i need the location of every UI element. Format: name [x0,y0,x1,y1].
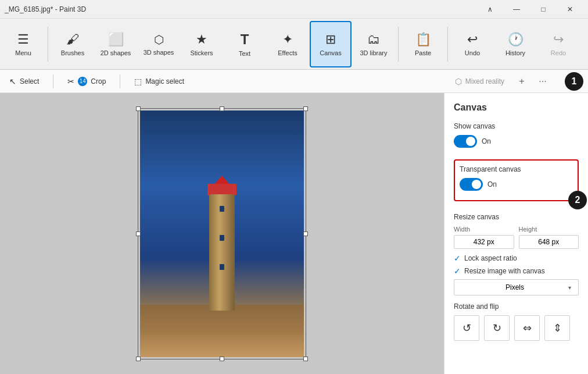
subtoolbar-divider-2 [120,74,120,88]
toolbar-2dshapes-label: 2D shapes [101,49,131,56]
units-dropdown[interactable]: Pixels ▾ [454,279,579,295]
title-bar-text: _MG_6185.jpg* - Paint 3D [5,5,86,13]
crop-badge: 14 [78,77,87,86]
resize-canvas-label: Resize canvas [454,213,579,221]
width-input[interactable] [454,235,514,249]
transparent-canvas-label: Transparent canvas [460,165,573,173]
show-canvas-section: Show canvas On [454,122,579,152]
transparent-canvas-toggle[interactable] [460,178,483,191]
rotate-left-button[interactable]: ↺ [454,315,479,341]
undo-icon: ↩ [467,32,478,47]
magic-select-icon: ⬚ [134,77,142,86]
crop-tool-button[interactable]: ✂ 14 Crop [63,74,110,88]
canvas-selection [138,108,306,359]
toolbar-canvas-label: Canvas [320,49,341,56]
toolbar-3dshapes-label: 3D shapes [144,49,174,56]
toolbar-redo-label: Redo [551,49,566,56]
annotation-bubble-1: 1 [565,72,583,91]
handle-top-left[interactable] [136,106,141,111]
handle-bottom-left[interactable] [136,357,141,361]
flip-vertical-button[interactable]: ⇕ [544,315,570,341]
handle-top-center[interactable] [220,106,224,111]
flip-horizontal-button[interactable]: ⇔ [514,315,540,341]
text-icon: T [241,31,249,48]
maximize-button[interactable]: □ [530,0,557,19]
toolbar-divider-3 [447,27,448,62]
close-button[interactable]: ✕ [557,0,583,19]
toolbar-history[interactable]: 🕐 History [494,21,536,67]
2dshapes-icon: ⬜ [108,32,124,47]
width-label: Width [454,226,514,233]
subtoolbar-right: ⬡ Mixed reality + ··· [450,73,551,90]
toolbar-3dshapes[interactable]: ⬡ 3D shapes [138,21,180,67]
rotate-left-icon: ↺ [462,322,471,334]
title-bar: _MG_6185.jpg* - Paint 3D ∧ — □ ✕ [0,0,588,19]
expand-panel-button[interactable]: ∧ [476,0,503,19]
show-canvas-row: On [454,135,579,148]
select-tool-label: Select [20,77,39,86]
mixed-reality-button[interactable]: ⬡ Mixed reality [450,74,509,88]
lock-aspect-row: ✓ Lock aspect ratio [454,254,579,263]
toolbar-brushes[interactable]: 🖌 Brushes [52,21,94,67]
toolbar-paste[interactable]: 📋 Paste [402,21,444,67]
toolbar-2dshapes[interactable]: ⬜ 2D shapes [95,21,137,67]
toolbar-canvas[interactable]: ⊞ Canvas [310,21,352,67]
toolbar-undo-label: Undo [465,49,480,56]
height-label: Height [519,226,579,233]
rotate-row: ↺ ↻ ⇔ ⇕ [454,315,579,341]
resize-image-label: Resize image with canvas [464,267,545,275]
show-canvas-label: Show canvas [454,122,579,130]
show-canvas-toggle[interactable] [454,135,477,148]
subtoolbar-divider-1 [53,74,53,88]
toolbar-divider-1 [48,27,48,62]
canvas-icon: ⊞ [325,32,336,47]
add-tool-button[interactable]: + [514,73,530,90]
handle-middle-right[interactable] [303,231,308,236]
toolbar: ☰ Menu 🖌 Brushes ⬜ 2D shapes ⬡ 3D shapes… [0,19,588,70]
transparent-canvas-row: On [460,178,573,191]
magic-select-label: Magic select [145,77,184,86]
toolbar-text-label: Text [239,50,250,57]
rotate-right-icon: ↻ [493,322,501,334]
annotation-bubble-2: 2 [568,191,587,209]
toolbar-stickers[interactable]: ★ Stickers [181,21,223,67]
toolbar-effects[interactable]: ✦ Effects [267,21,309,67]
resize-image-check-icon: ✓ [454,266,461,276]
toolbar-history-label: History [505,49,525,56]
toolbar-paste-label: Paste [415,49,431,56]
height-input[interactable] [519,235,579,249]
select-tool-button[interactable]: ↖ Select [5,74,44,88]
main-layout: Canvas Show canvas On Transparent canvas… [0,93,588,374]
magic-select-button[interactable]: ⬚ Magic select [130,74,189,88]
toolbar-undo[interactable]: ↩ Undo [451,21,493,67]
lock-aspect-label: Lock aspect ratio [464,254,517,262]
toolbar-divider-2 [398,27,399,62]
toolbar-menu-label: Menu [15,49,31,56]
handle-bottom-center[interactable] [220,357,224,361]
canvas-area[interactable] [0,93,444,374]
handle-top-right[interactable] [303,106,308,111]
toolbar-3dlibrary[interactable]: 🗂 3D library [353,21,395,67]
minimize-button[interactable]: — [503,0,530,19]
history-icon: 🕐 [508,32,524,47]
redo-icon: ↪ [553,32,564,47]
toolbar-text[interactable]: T Text [224,21,266,67]
toolbar-3dlibrary-label: 3D library [360,49,387,56]
toolbar-menu[interactable]: ☰ Menu [2,21,44,67]
more-options-button[interactable]: ··· [535,73,551,90]
resize-image-row: ✓ Resize image with canvas [454,266,579,276]
dropdown-arrow-icon: ▾ [568,284,571,291]
toolbar-effects-label: Effects [278,49,297,56]
show-canvas-toggle-label: On [482,137,491,145]
title-bar-controls: ∧ — □ ✕ [476,0,583,19]
effects-icon: ✦ [282,32,293,47]
flip-h-icon: ⇔ [523,322,532,334]
toolbar-redo[interactable]: ↪ Redo [537,21,579,67]
rotate-right-button[interactable]: ↻ [484,315,510,341]
add-icon: + [519,76,524,87]
canvas-image-wrapper [140,111,304,357]
handle-bottom-right[interactable] [303,357,308,361]
toolbar-brushes-label: Brushes [61,49,84,56]
handle-middle-left[interactable] [136,231,141,236]
transparent-canvas-box: Transparent canvas On 2 [454,159,579,201]
